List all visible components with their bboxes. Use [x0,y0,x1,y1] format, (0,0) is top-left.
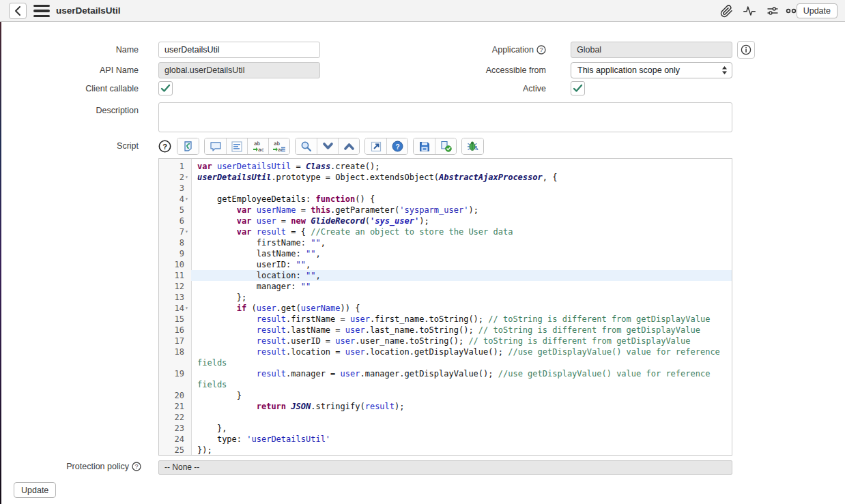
fold-spacer [184,390,191,401]
update-button-header[interactable]: Update [797,3,837,18]
find-next-button[interactable] [317,138,338,154]
code-line[interactable]: 20 } [159,390,732,401]
fold-spacer [184,445,191,456]
fold-spacer [184,346,191,368]
accessible-from-select[interactable]: This application scope only [571,62,732,78]
active-checkbox[interactable] [571,81,585,95]
script-editor[interactable]: 1var userDetailsUtil = Class.create();2▾… [158,158,732,456]
fold-arrow-icon[interactable]: ▾ [184,172,191,183]
fold-arrow-icon[interactable]: ▾ [184,303,191,314]
syntax-editor-button[interactable] [177,138,199,154]
client-callable-checkbox[interactable] [158,81,173,95]
chevron-left-icon [14,5,22,16]
svg-text:?: ? [134,463,138,470]
code-line[interactable]: 9 lastName: "", [159,248,732,259]
script-include-form: userDetailsUtil Update Name Application?… [0,0,845,504]
sliders-icon [766,5,779,17]
script-toolbar: ? abac abac [157,138,484,155]
fold-arrow-icon[interactable]: ▾ [184,226,191,237]
format-code-button[interactable] [226,138,247,154]
application-info-button[interactable] [737,41,755,59]
search-icon [300,140,312,152]
code-line[interactable]: 7▾ var result = { //Create an object to … [159,226,732,237]
help-icon[interactable]: ? [132,462,141,476]
chevron-down-icon [323,143,333,150]
api-name-input[interactable] [158,62,320,78]
code-line[interactable]: 25}); [159,445,732,456]
code-line[interactable]: 4▾ getEmployeeDetails: function() { [159,194,732,205]
select-arrows-icon [721,65,728,75]
name-label: Name [0,42,139,58]
protection-policy-field: -- None -- [158,460,732,475]
code-line[interactable]: 15 result.firstName = user.first_name.to… [159,314,732,325]
open-new-window-button[interactable] [365,138,386,154]
description-textarea[interactable] [158,102,732,132]
accessible-from-label: Accessible from [410,62,546,78]
code-line[interactable]: 3 [159,183,732,194]
fold-spacer [184,161,191,172]
script-editor-lines: 1var userDetailsUtil = Class.create();2▾… [159,159,732,456]
fold-spacer [184,412,191,423]
application-field[interactable] [571,42,732,58]
attachment-button[interactable] [717,4,736,18]
fold-spacer [184,216,191,226]
check-icon [573,84,583,93]
save-button[interactable] [414,138,435,154]
code-line[interactable]: 6 var user = new GlideRecord('sys_user')… [159,216,732,226]
fold-spacer [184,248,191,259]
name-input[interactable] [158,42,320,58]
code-line[interactable]: 22 [159,412,732,423]
fold-spacer [184,205,191,216]
description-label: Description [0,102,139,119]
code-line[interactable]: 12 manager: "" [159,281,732,292]
external-link-icon [371,141,382,152]
update-button-footer[interactable]: Update [14,482,56,498]
help-icon[interactable]: ? [536,44,546,60]
code-line[interactable]: 17 result.userID = user.user_name.toStri… [159,336,732,346]
personalize-form-button[interactable] [763,4,782,18]
fold-arrow-icon[interactable]: ▾ [184,194,191,205]
code-line[interactable]: 14▾ if (user.get(userName)) { [159,303,732,314]
format-code-icon [231,141,242,152]
debug-button[interactable] [462,138,483,154]
svg-text:?: ? [539,46,543,53]
fold-spacer [184,292,191,303]
code-line[interactable]: 10 userID: "", [159,259,732,270]
code-line[interactable]: 23 }, [159,423,732,434]
field-help-button[interactable]: ? [157,139,172,154]
record-title: userDetailsUtil [56,0,121,22]
code-line[interactable]: 18 result.location = user.location.getDi… [159,346,732,368]
fold-spacer [184,270,191,281]
code-line[interactable]: 5 var userName = this.getParameter('sysp… [159,205,732,216]
check-icon [160,84,171,93]
replace-all-icon: abac [273,140,286,152]
fold-spacer [184,281,191,292]
help-circle-icon: ? [392,140,403,152]
editor-help-button[interactable]: ? [386,138,407,154]
menu-icon[interactable] [33,5,50,17]
code-line[interactable]: 24 type: 'userDetailsUtil' [159,434,732,445]
code-line[interactable]: 21 return JSON.stringify(result); [159,401,732,412]
svg-text:?: ? [395,143,399,151]
code-line[interactable]: 19 result.manager = user.manager.getDisp… [159,368,732,390]
save-icon [419,141,430,152]
search-button[interactable] [296,138,317,154]
code-line[interactable]: 8 firstName: "", [159,237,732,248]
activity-stream-button[interactable] [740,4,759,18]
code-line[interactable]: 2▾userDetailsUtil.prototype = Object.ext… [159,172,732,183]
header-bar: userDetailsUtil Update [0,0,845,22]
back-button[interactable] [9,3,27,19]
code-line[interactable]: 16 result.lastName = user.last_name.toSt… [159,325,732,336]
replace-button[interactable]: abac [247,138,268,154]
replace-all-button[interactable]: abac [268,138,289,154]
api-name-label: API Name [0,62,139,78]
validate-script-button[interactable] [435,138,456,154]
code-line[interactable]: 13 }; [159,292,732,303]
code-line[interactable]: 1var userDetailsUtil = Class.create(); [159,161,732,172]
paperclip-icon [720,5,733,18]
code-line[interactable]: 11 location: "", [159,270,732,281]
comment-button[interactable] [205,138,226,154]
find-previous-button[interactable] [338,138,359,154]
fold-spacer [184,237,191,248]
fold-spacer [184,368,191,390]
